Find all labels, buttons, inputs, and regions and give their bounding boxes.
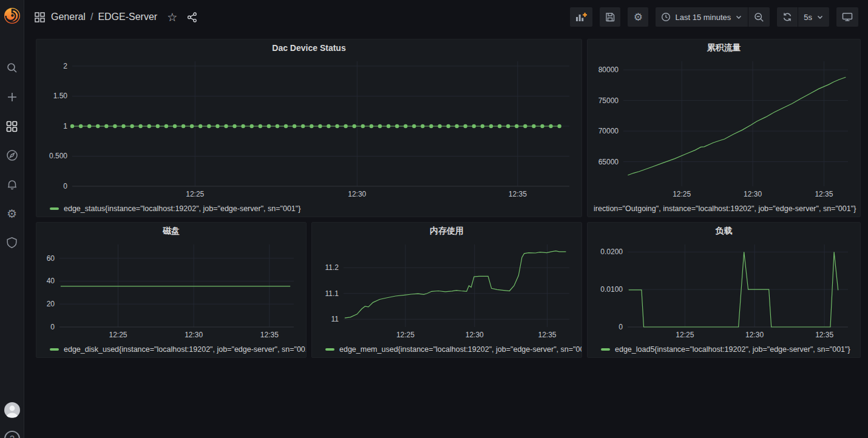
gear-icon: ⚙ (634, 12, 643, 22)
legend-series-label[interactable]: edge_load5{instance="localhost:19202", j… (615, 345, 850, 354)
panel-memory-usage: 内存使用 12:2512:3012:351111.111.2 edge_mem_… (311, 222, 582, 358)
svg-text:12:25: 12:25 (396, 331, 415, 339)
help-icon[interactable]: ? (4, 431, 20, 438)
legend: edge_status{instance="localhost:19202", … (36, 203, 581, 217)
dashboards-grid-icon (6, 121, 18, 132)
time-range-label: Last 15 minutes (675, 13, 731, 22)
topbar: General / EDGE-Server ☆ (25, 0, 868, 34)
sidebar-item-server-admin[interactable] (0, 228, 24, 257)
svg-text:12:35: 12:35 (815, 190, 833, 198)
gear-icon: ⚙ (7, 208, 17, 220)
sidebar: ⚙ ? (0, 0, 24, 438)
sidebar-bottom: ? (0, 402, 24, 438)
legend-series-label[interactable]: edge_disk_used{instance="localhost:19202… (64, 345, 306, 354)
svg-text:60: 60 (47, 254, 55, 263)
grafana-logo[interactable] (2, 5, 22, 26)
avatar-person-icon (4, 402, 20, 418)
legend: edge_mem_used{instance="localhost:19202"… (312, 344, 581, 357)
panel-body: 12:2512:3012:351111.111.2 (312, 240, 581, 344)
chart-disk[interactable]: 12:2512:3012:350204060 (41, 240, 302, 342)
svg-text:0: 0 (63, 182, 67, 190)
svg-text:80000: 80000 (598, 66, 619, 74)
svg-text:70000: 70000 (598, 127, 619, 135)
panel-title-bar[interactable]: 磁盘 (36, 223, 306, 240)
svg-text:12:30: 12:30 (744, 190, 762, 198)
share-icon (187, 12, 197, 22)
sidebar-nav: ⚙ (0, 53, 24, 257)
chart-load[interactable]: 12:2512:3012:3500.01000.0200 (592, 240, 856, 342)
apps-grid-icon (35, 12, 45, 22)
legend: edge_disk_used{instance="localhost:19202… (36, 344, 306, 357)
panel-title-bar[interactable]: 负载 (588, 223, 860, 240)
svg-text:0: 0 (50, 323, 55, 331)
svg-text:12:25: 12:25 (673, 190, 691, 198)
dashboard-grid: Dac Device Status 12:2512:3012:3500.5001… (36, 39, 861, 358)
search-icon (6, 62, 18, 74)
panel-title-bar[interactable]: 内存使用 (312, 223, 581, 240)
sidebar-item-dashboards[interactable] (0, 112, 24, 141)
legend-series-dash (601, 348, 610, 351)
svg-text:12:30: 12:30 (466, 331, 484, 339)
plus-icon (6, 91, 18, 103)
svg-text:2: 2 (63, 62, 67, 70)
legend-series-label[interactable]: edge_mem_used{instance="localhost:19202"… (339, 345, 581, 354)
refresh-button[interactable] (777, 7, 798, 27)
svg-text:65000: 65000 (598, 158, 619, 166)
sidebar-item-alerting[interactable] (0, 170, 24, 199)
sidebar-item-explore[interactable] (0, 141, 24, 170)
legend: edge_load5{instance="localhost:19202", j… (588, 344, 860, 357)
legend-series-label[interactable]: edge_status{instance="localhost:19202", … (64, 204, 300, 213)
zoom-out-button[interactable] (748, 7, 770, 27)
favorite-star-button[interactable]: ☆ (167, 12, 177, 23)
topbar-actions: ⚙ Last 15 minutes (570, 7, 858, 27)
chart-memory-usage[interactable]: 12:2512:3012:351111.111.2 (317, 240, 578, 342)
time-range-picker[interactable]: Last 15 minutes (656, 7, 748, 27)
breadcrumb: General / EDGE-Server ☆ (35, 12, 197, 23)
svg-text:12:35: 12:35 (260, 331, 279, 339)
star-icon: ☆ (167, 12, 177, 23)
panel-body: 12:2512:3012:350204060 (36, 240, 306, 344)
panel-title: 负载 (716, 226, 733, 237)
sidebar-item-configuration[interactable]: ⚙ (0, 199, 24, 228)
refresh-interval-picker[interactable]: 5s (798, 7, 829, 27)
breadcrumb-dashboard-title[interactable]: EDGE-Server (98, 12, 157, 22)
panel-title-bar[interactable]: 累积流量 (588, 39, 860, 56)
svg-text:12:25: 12:25 (109, 331, 127, 339)
chevron-down-icon (816, 13, 824, 21)
panel-title-bar[interactable]: Dac Device Status (36, 39, 581, 56)
svg-text:0.0100: 0.0100 (600, 285, 623, 294)
sidebar-item-search[interactable] (0, 53, 24, 83)
tv-monitor-icon (842, 12, 853, 22)
breadcrumb-folder[interactable]: General (51, 12, 86, 22)
chart-cumulative-traffic[interactable]: 12:2512:3012:3565000700007500080000 (592, 56, 856, 201)
svg-text:0: 0 (619, 323, 623, 331)
user-avatar[interactable] (4, 402, 20, 418)
svg-text:12:30: 12:30 (185, 331, 203, 339)
legend-series-dash (325, 348, 334, 351)
save-dashboard-button[interactable] (600, 7, 620, 27)
sidebar-item-create[interactable] (0, 83, 24, 112)
panel-cumulative-traffic: 累积流量 12:2512:3012:3565000700007500080000… (587, 39, 861, 217)
dashboard-settings-button[interactable]: ⚙ (628, 7, 648, 27)
svg-text:12:35: 12:35 (815, 331, 833, 339)
time-controls-group: Last 15 minutes (656, 7, 770, 27)
compass-icon (6, 149, 18, 161)
chevron-down-icon (735, 13, 742, 21)
add-panel-button[interactable] (570, 7, 592, 27)
svg-text:12:25: 12:25 (676, 331, 694, 339)
chart-dac-device-status[interactable]: 12:2512:3012:3500.50011.502 (41, 56, 578, 201)
main-area: General / EDGE-Server ☆ (25, 0, 868, 438)
legend-series-label[interactable]: irection="Outgoing", instance="localhost… (594, 204, 856, 213)
legend-series-dash (50, 207, 59, 210)
panel-disk: 磁盘 12:2512:3012:350204060 edge_disk_used… (36, 222, 307, 358)
refresh-interval-label: 5s (804, 13, 812, 22)
svg-text:1.50: 1.50 (53, 92, 68, 100)
cycle-view-button[interactable] (836, 7, 858, 27)
svg-text:40: 40 (47, 277, 55, 285)
panel-dac-device-status: Dac Device Status 12:2512:3012:3500.5001… (36, 39, 582, 217)
breadcrumb-separator: / (90, 12, 93, 22)
panel-title: 磁盘 (163, 226, 180, 237)
svg-text:20: 20 (47, 300, 55, 308)
svg-text:11.2: 11.2 (325, 263, 339, 272)
share-button[interactable] (187, 12, 197, 22)
